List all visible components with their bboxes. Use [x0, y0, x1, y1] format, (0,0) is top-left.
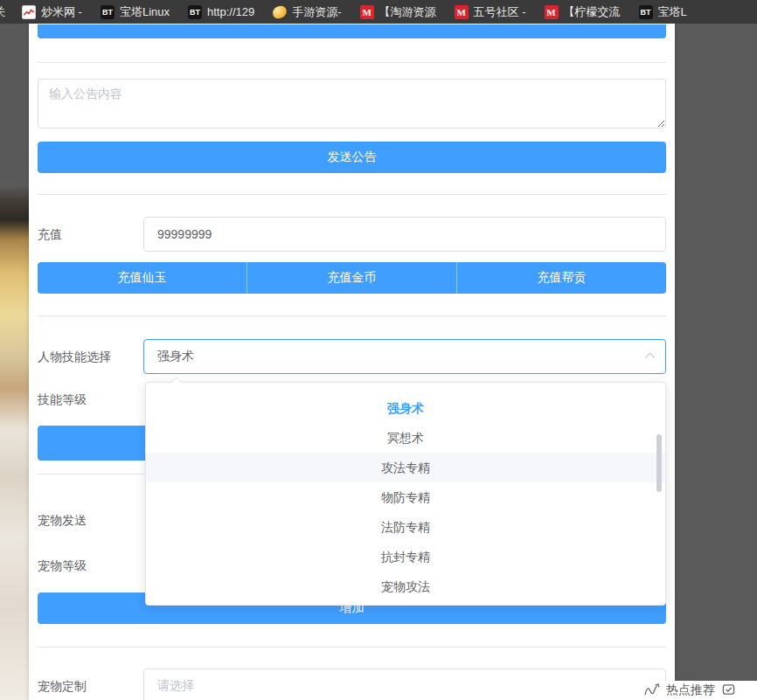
dropdown-option[interactable]: 攻法专精 — [146, 453, 665, 482]
trend-doodle-icon — [643, 683, 663, 697]
divider — [38, 647, 666, 648]
bookmark-label: 宝塔L — [658, 4, 687, 20]
bookmark-item[interactable]: M五号社区 - — [455, 4, 526, 20]
bookmark-item[interactable]: BT宝塔L — [639, 4, 687, 20]
divider — [38, 315, 666, 316]
divider — [38, 194, 666, 195]
skill-level-label: 技能等级 — [38, 382, 87, 417]
bookmark-item[interactable]: BT宝塔Linux — [101, 4, 170, 20]
bookmark-label: http://129 — [207, 5, 254, 18]
skill-select[interactable]: 强身术 — [143, 339, 666, 374]
bookmark-item[interactable]: M【淘游资源 — [360, 4, 436, 20]
bookmark-label: 宝塔Linux — [120, 4, 170, 20]
bookmarks-items: 炒米网 -BT宝塔LinuxBThttp://129手游资源-M【淘游资源M五号… — [22, 4, 705, 20]
pet-send-label: 宠物发送 — [38, 502, 87, 537]
dropdown-arrow — [170, 377, 182, 388]
bookmark-item[interactable]: 炒米网 - — [22, 4, 82, 20]
dropdown-option[interactable]: 冥想术 — [146, 423, 665, 453]
divider — [38, 62, 666, 63]
bookmark-item[interactable]: 手游资源- — [273, 4, 341, 20]
dropdown-option[interactable]: 法防专精 — [146, 512, 665, 542]
send-announcement-button[interactable]: 发送公告 — [38, 142, 666, 173]
skill-dropdown-panel: 强身术冥想术攻法专精物防专精法防专精抗封专精宠物攻法 — [145, 382, 666, 606]
chevron-up-icon — [644, 352, 656, 364]
bookmark-item[interactable]: M【柠檬交流 — [545, 4, 621, 20]
bt-favicon: BT — [101, 5, 115, 19]
recharge-button[interactable]: 充值金币 — [247, 262, 457, 294]
recharge-button[interactable]: 充值仙玉 — [38, 262, 247, 294]
announcement-textarea[interactable] — [38, 79, 666, 128]
background-photo-strip — [0, 24, 29, 700]
bookmark-label: 【淘游资源 — [379, 4, 436, 20]
m-favicon: M — [360, 5, 374, 19]
trophy-favicon — [272, 4, 288, 18]
bt-favicon: BT — [639, 5, 653, 19]
pet-custom-label: 宠物定制 — [38, 669, 87, 700]
dropdown-option[interactable]: 宠物攻法 — [146, 572, 665, 601]
hot-recommend-bar: 热点推荐 — [626, 681, 757, 700]
bookmark-partial-label[interactable]: 关 — [0, 4, 7, 20]
bookmarks-bar: 关 炒米网 -BT宝塔LinuxBThttp://129手游资源-M【淘游资源M… — [0, 0, 757, 24]
chart-favicon — [22, 5, 36, 19]
m-favicon: M — [455, 5, 469, 19]
pet-custom-select[interactable]: 请选择 — [143, 669, 666, 700]
bookmark-item[interactable]: BThttp://129 — [188, 5, 254, 19]
bookmark-label: 手游资源- — [292, 4, 341, 20]
dropdown-option[interactable]: 抗封专精 — [146, 542, 665, 572]
admin-form-card: 发送公告 充值 充值仙玉充值金币充值帮贡 人物技能选择 强身术 技能等级 宠物发… — [29, 24, 675, 700]
dropdown-scrollbar-thumb[interactable] — [656, 434, 662, 492]
recharge-amount-input[interactable] — [143, 217, 666, 252]
bookmark-label: 五号社区 - — [474, 4, 526, 20]
hot-recommend-label[interactable]: 热点推荐 — [666, 683, 715, 698]
bookmark-label: 炒米网 - — [41, 4, 82, 20]
page-overlay-backdrop — [675, 24, 757, 700]
recharge-button[interactable]: 充值帮贡 — [457, 262, 666, 294]
pet-custom-placeholder: 请选择 — [157, 678, 194, 694]
skill-select-label: 人物技能选择 — [38, 339, 111, 374]
recharge-label: 充值 — [38, 217, 62, 252]
recharge-button-group: 充值仙玉充值金币充值帮贡 — [38, 262, 666, 294]
bookmark-label: 【柠檬交流 — [564, 4, 621, 20]
dropdown-option[interactable]: 物防专精 — [146, 482, 665, 512]
dropdown-option[interactable]: 强身术 — [146, 393, 665, 423]
screenshot-check-icon[interactable] — [722, 683, 735, 697]
clipped-top-button[interactable] — [38, 24, 666, 38]
bt-favicon: BT — [188, 5, 202, 19]
m-favicon: M — [545, 5, 559, 19]
skill-select-value: 强身术 — [157, 349, 194, 364]
dropdown-options: 强身术冥想术攻法专精物防专精法防专精抗封专精宠物攻法 — [146, 393, 665, 601]
pet-level-label: 宠物等级 — [38, 548, 87, 583]
